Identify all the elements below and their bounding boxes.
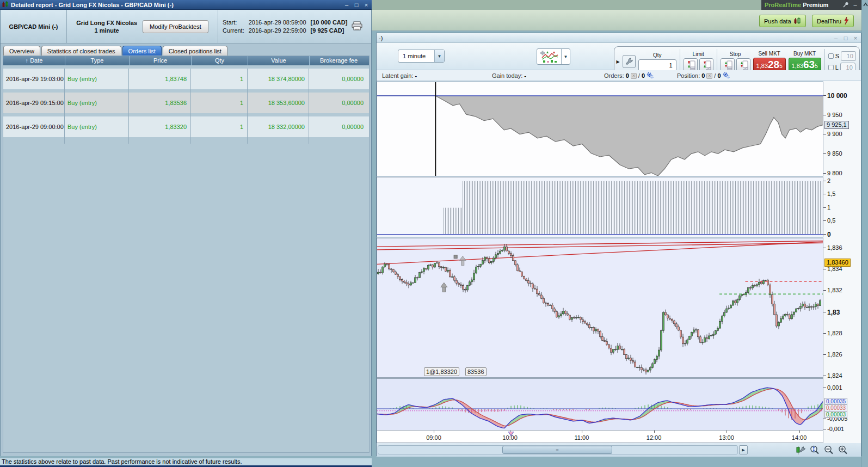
prorealtime-brand: ProRealTime Premium [765,2,828,8]
position-pending-count: 0 [717,72,721,79]
chevron-up-icon[interactable] [863,2,868,8]
desktop: Detailed report - Grid Long FX Nicolas -… [0,0,868,467]
orders-table-header: ↑ DateTypePriceQtyValueBrokerage fee [3,56,369,65]
cell-qty: 1 [191,93,248,113]
chart-region: 1@1,8332083536 10 0009 9509 9009 8509 80… [377,81,861,457]
chart-minimize-button[interactable]: – [833,35,839,41]
print-button[interactable] [352,21,362,32]
time-tick-label: 12:00 [647,434,662,441]
pin-icon[interactable] [843,2,849,9]
buy-mkt-label: Buy MKT [793,51,816,57]
current-balance: [9 925 CAD] [311,27,348,34]
collapsed-side-panel[interactable] [861,0,868,467]
tab-statistics-of-closed-trades[interactable]: Statistics of closed trades [41,46,121,56]
indicators-button[interactable]: ▼ [537,48,570,65]
axis-tick-label: 9 800 [827,170,842,176]
column-header-type[interactable]: Type [65,56,129,65]
qty-input[interactable] [638,59,676,71]
orders-table-rows: 2016-apr-29 19:03:00Buy (entry)1,8374811… [3,69,369,137]
close-position-icon[interactable]: × [706,73,712,79]
maximize-button[interactable]: □ [353,2,360,8]
cell-qty: 1 [191,69,248,89]
chevron-down-icon[interactable]: ▼ [434,50,444,62]
chart-maximize-button[interactable]: □ [842,35,849,41]
position-label: Position: [677,72,700,79]
axis-tick-label: 0,5 [827,217,835,224]
time-tick-label: 11:00 [575,434,589,441]
stop-checkbox[interactable] [828,53,834,59]
instrument-label: GBP/CAD Mini (-) [1,10,67,43]
pending-order-tag[interactable]: 1@1,83320 [424,367,459,376]
indicator-dropdown-icon[interactable]: ▼ [561,49,570,64]
column-header-brokerage-fee[interactable]: Brokerage fee [309,56,368,65]
scrollbar-track[interactable]: ≡ [378,445,738,454]
orders-gear-icon[interactable] [647,72,654,79]
minimize-platform-button[interactable]: – [853,2,857,8]
platform-area: ProRealTime Premium – × Push data DealTh… [372,0,868,467]
platform-topbar: ProRealTime Premium – × [372,0,868,10]
axis-tick-mark [823,181,826,181]
table-row[interactable]: 2016-apr-29 19:03:00Buy (entry)1,8374811… [3,69,369,89]
macd-pane[interactable] [377,378,823,431]
timeframe-select[interactable]: 1 minute ▼ [398,50,445,63]
candlestick-app-icon [2,1,9,9]
pending-order-tag[interactable]: 83536 [465,367,487,376]
sell-price-small: 1,83 [756,63,768,69]
qty-label: Qty [653,52,662,58]
price-style-settings-icon[interactable] [795,444,807,456]
zoom-vertical-fit-icon[interactable] [809,444,821,456]
cancel-orders-icon[interactable]: × [631,73,637,79]
chart-close-button[interactable]: × [852,35,859,41]
report-titlebar[interactable]: Detailed report - Grid Long FX Nicolas -… [0,0,372,10]
scrollbar-handle[interactable]: ≡ [502,446,612,454]
column-header-qty[interactable]: Qty [191,56,248,65]
limit-checkbox[interactable] [828,65,834,70]
start-label: Start: [223,19,244,26]
table-row[interactable]: 2016-apr-29 09:00:00Buy (entry)1,8332011… [3,116,369,137]
limit-label: Limit [693,51,704,57]
price-axis-column[interactable]: 10 0009 9509 9009 8509 8009 925,121,510,… [823,81,861,457]
time-tick-mark [434,431,434,433]
scroll-right-button[interactable]: ▶ [739,445,748,454]
trading-settings-wrench-icon[interactable] [623,55,636,68]
push-data-button[interactable]: Push data [759,15,806,27]
cell-price: 1,83536 [129,93,191,113]
tab-overview[interactable]: Overview [3,46,40,56]
table-row[interactable]: 2016-apr-29 09:15:00Buy (entry)1,8353611… [3,93,369,113]
tab-closed-positions-list[interactable]: Closed positions list [163,46,227,56]
axis-tick-mark [823,419,826,419]
orders-label: Orders: [604,72,624,79]
report-body: GBP/CAD Mini (-) Grid Long FX Nicolas 1 … [0,10,372,456]
axis-tick-label: -0,001 [827,426,844,432]
buy-price-small: 1,83 [792,63,803,69]
axis-tick-label: 1,83 [827,309,840,316]
axis-tick-label: 1 [827,204,830,211]
trade-arrow-marker [459,256,466,265]
tab-orders-list[interactable]: Orders list [122,46,162,56]
close-button[interactable]: × [363,2,370,8]
panel-collapse-icon[interactable]: ▶ [617,59,620,64]
start-datetime: 2016-apr-29 08:59:00 [249,19,306,26]
chart-titlebar[interactable]: -) – □ × [377,33,861,43]
equity-curve-pane[interactable] [377,82,823,176]
axis-tick-mark [823,312,826,312]
modify-probacktest-button[interactable]: Modify ProBacktest [143,20,208,33]
orders-table: ↑ DateTypePriceQtyValueBrokerage fee 201… [3,56,370,453]
column-header-value[interactable]: Value [248,56,309,65]
dealthru-button[interactable]: DealThru [812,15,854,27]
axis-tick-mark [823,388,826,388]
zoom-out-icon[interactable] [823,444,835,456]
column-header-date[interactable]: ↑ Date [3,56,65,65]
stop-distance-input[interactable] [841,51,856,61]
column-header-price[interactable]: Price [129,56,191,65]
zoom-in-icon[interactable] [837,444,849,456]
position-size-pane[interactable] [377,177,823,237]
report-tabs: OverviewStatistics of closed tradesOrder… [1,45,371,56]
axis-tick-mark [823,354,826,355]
axis-tick-label: 0,001 [827,384,842,391]
last-price-box: 1,83460 [824,259,851,267]
price-candlestick-pane[interactable]: 1@1,8332083536 [377,238,823,378]
minimize-button[interactable]: – [343,2,350,8]
position-gear-icon[interactable] [723,72,730,79]
detailed-report-window: Detailed report - Grid Long FX Nicolas -… [0,0,372,467]
